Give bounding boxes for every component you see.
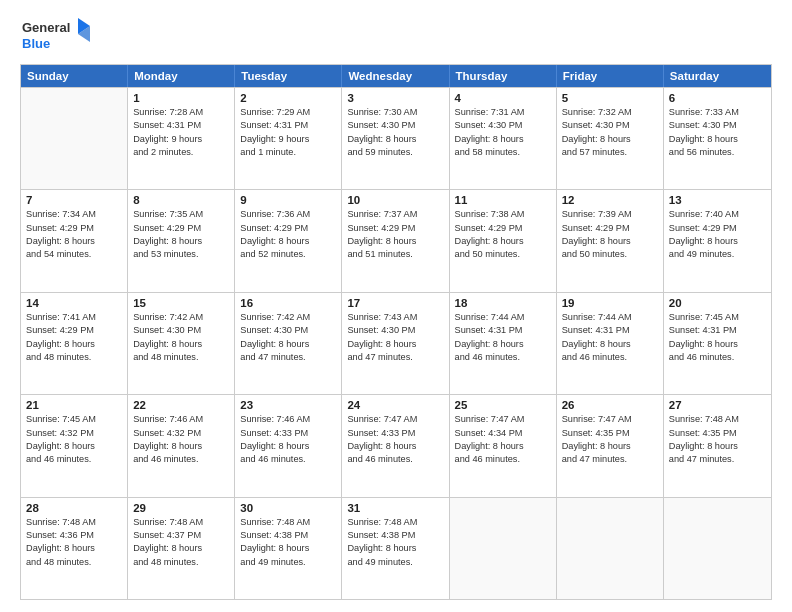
day-info: Sunrise: 7:48 AM Sunset: 4:35 PM Dayligh… [669,413,766,466]
header-day-monday: Monday [128,65,235,87]
day-cell-20: 20Sunrise: 7:45 AM Sunset: 4:31 PM Dayli… [664,293,771,394]
day-cell-5: 5Sunrise: 7:32 AM Sunset: 4:30 PM Daylig… [557,88,664,189]
week-row-4: 21Sunrise: 7:45 AM Sunset: 4:32 PM Dayli… [21,394,771,496]
day-cell-empty-4-6 [664,498,771,599]
day-info: Sunrise: 7:31 AM Sunset: 4:30 PM Dayligh… [455,106,551,159]
day-info: Sunrise: 7:46 AM Sunset: 4:33 PM Dayligh… [240,413,336,466]
day-cell-15: 15Sunrise: 7:42 AM Sunset: 4:30 PM Dayli… [128,293,235,394]
day-number: 5 [562,92,658,104]
day-cell-27: 27Sunrise: 7:48 AM Sunset: 4:35 PM Dayli… [664,395,771,496]
day-number: 23 [240,399,336,411]
day-info: Sunrise: 7:48 AM Sunset: 4:36 PM Dayligh… [26,516,122,569]
svg-text:General: General [22,20,70,35]
day-number: 2 [240,92,336,104]
day-info: Sunrise: 7:29 AM Sunset: 4:31 PM Dayligh… [240,106,336,159]
day-cell-7: 7Sunrise: 7:34 AM Sunset: 4:29 PM Daylig… [21,190,128,291]
day-info: Sunrise: 7:36 AM Sunset: 4:29 PM Dayligh… [240,208,336,261]
day-info: Sunrise: 7:44 AM Sunset: 4:31 PM Dayligh… [562,311,658,364]
day-number: 19 [562,297,658,309]
day-number: 8 [133,194,229,206]
day-cell-22: 22Sunrise: 7:46 AM Sunset: 4:32 PM Dayli… [128,395,235,496]
day-info: Sunrise: 7:38 AM Sunset: 4:29 PM Dayligh… [455,208,551,261]
day-info: Sunrise: 7:40 AM Sunset: 4:29 PM Dayligh… [669,208,766,261]
day-number: 14 [26,297,122,309]
calendar-header: SundayMondayTuesdayWednesdayThursdayFrid… [21,65,771,87]
day-number: 4 [455,92,551,104]
day-number: 11 [455,194,551,206]
day-cell-18: 18Sunrise: 7:44 AM Sunset: 4:31 PM Dayli… [450,293,557,394]
day-info: Sunrise: 7:48 AM Sunset: 4:37 PM Dayligh… [133,516,229,569]
day-number: 29 [133,502,229,514]
day-info: Sunrise: 7:47 AM Sunset: 4:33 PM Dayligh… [347,413,443,466]
day-info: Sunrise: 7:47 AM Sunset: 4:35 PM Dayligh… [562,413,658,466]
day-number: 12 [562,194,658,206]
day-info: Sunrise: 7:42 AM Sunset: 4:30 PM Dayligh… [133,311,229,364]
day-cell-17: 17Sunrise: 7:43 AM Sunset: 4:30 PM Dayli… [342,293,449,394]
day-cell-26: 26Sunrise: 7:47 AM Sunset: 4:35 PM Dayli… [557,395,664,496]
day-number: 1 [133,92,229,104]
day-number: 27 [669,399,766,411]
day-info: Sunrise: 7:45 AM Sunset: 4:31 PM Dayligh… [669,311,766,364]
day-number: 17 [347,297,443,309]
day-cell-3: 3Sunrise: 7:30 AM Sunset: 4:30 PM Daylig… [342,88,449,189]
day-number: 24 [347,399,443,411]
day-cell-31: 31Sunrise: 7:48 AM Sunset: 4:38 PM Dayli… [342,498,449,599]
day-info: Sunrise: 7:42 AM Sunset: 4:30 PM Dayligh… [240,311,336,364]
day-info: Sunrise: 7:47 AM Sunset: 4:34 PM Dayligh… [455,413,551,466]
day-info: Sunrise: 7:46 AM Sunset: 4:32 PM Dayligh… [133,413,229,466]
day-info: Sunrise: 7:30 AM Sunset: 4:30 PM Dayligh… [347,106,443,159]
day-cell-24: 24Sunrise: 7:47 AM Sunset: 4:33 PM Dayli… [342,395,449,496]
week-row-2: 7Sunrise: 7:34 AM Sunset: 4:29 PM Daylig… [21,189,771,291]
header: General Blue [20,16,772,56]
day-cell-9: 9Sunrise: 7:36 AM Sunset: 4:29 PM Daylig… [235,190,342,291]
day-cell-23: 23Sunrise: 7:46 AM Sunset: 4:33 PM Dayli… [235,395,342,496]
logo: General Blue [20,16,90,56]
day-number: 18 [455,297,551,309]
day-number: 28 [26,502,122,514]
day-cell-16: 16Sunrise: 7:42 AM Sunset: 4:30 PM Dayli… [235,293,342,394]
day-info: Sunrise: 7:33 AM Sunset: 4:30 PM Dayligh… [669,106,766,159]
day-number: 31 [347,502,443,514]
day-cell-8: 8Sunrise: 7:35 AM Sunset: 4:29 PM Daylig… [128,190,235,291]
day-info: Sunrise: 7:34 AM Sunset: 4:29 PM Dayligh… [26,208,122,261]
day-cell-19: 19Sunrise: 7:44 AM Sunset: 4:31 PM Dayli… [557,293,664,394]
header-day-wednesday: Wednesday [342,65,449,87]
day-cell-2: 2Sunrise: 7:29 AM Sunset: 4:31 PM Daylig… [235,88,342,189]
day-cell-13: 13Sunrise: 7:40 AM Sunset: 4:29 PM Dayli… [664,190,771,291]
page: General Blue SundayMondayTuesdayWednesda… [0,0,792,612]
day-info: Sunrise: 7:28 AM Sunset: 4:31 PM Dayligh… [133,106,229,159]
day-info: Sunrise: 7:39 AM Sunset: 4:29 PM Dayligh… [562,208,658,261]
day-cell-29: 29Sunrise: 7:48 AM Sunset: 4:37 PM Dayli… [128,498,235,599]
day-cell-4: 4Sunrise: 7:31 AM Sunset: 4:30 PM Daylig… [450,88,557,189]
week-row-1: 1Sunrise: 7:28 AM Sunset: 4:31 PM Daylig… [21,87,771,189]
day-info: Sunrise: 7:32 AM Sunset: 4:30 PM Dayligh… [562,106,658,159]
day-number: 21 [26,399,122,411]
day-cell-1: 1Sunrise: 7:28 AM Sunset: 4:31 PM Daylig… [128,88,235,189]
day-number: 9 [240,194,336,206]
day-info: Sunrise: 7:48 AM Sunset: 4:38 PM Dayligh… [347,516,443,569]
header-day-saturday: Saturday [664,65,771,87]
day-cell-6: 6Sunrise: 7:33 AM Sunset: 4:30 PM Daylig… [664,88,771,189]
day-cell-empty-4-4 [450,498,557,599]
day-info: Sunrise: 7:35 AM Sunset: 4:29 PM Dayligh… [133,208,229,261]
day-cell-28: 28Sunrise: 7:48 AM Sunset: 4:36 PM Dayli… [21,498,128,599]
day-cell-14: 14Sunrise: 7:41 AM Sunset: 4:29 PM Dayli… [21,293,128,394]
calendar: SundayMondayTuesdayWednesdayThursdayFrid… [20,64,772,600]
day-cell-11: 11Sunrise: 7:38 AM Sunset: 4:29 PM Dayli… [450,190,557,291]
day-cell-21: 21Sunrise: 7:45 AM Sunset: 4:32 PM Dayli… [21,395,128,496]
day-cell-25: 25Sunrise: 7:47 AM Sunset: 4:34 PM Dayli… [450,395,557,496]
day-number: 30 [240,502,336,514]
header-day-tuesday: Tuesday [235,65,342,87]
logo-area: General Blue [20,16,90,56]
day-number: 20 [669,297,766,309]
week-row-5: 28Sunrise: 7:48 AM Sunset: 4:36 PM Dayli… [21,497,771,599]
day-cell-empty-4-5 [557,498,664,599]
day-number: 13 [669,194,766,206]
day-number: 25 [455,399,551,411]
week-row-3: 14Sunrise: 7:41 AM Sunset: 4:29 PM Dayli… [21,292,771,394]
header-day-sunday: Sunday [21,65,128,87]
day-info: Sunrise: 7:45 AM Sunset: 4:32 PM Dayligh… [26,413,122,466]
calendar-body: 1Sunrise: 7:28 AM Sunset: 4:31 PM Daylig… [21,87,771,599]
day-info: Sunrise: 7:41 AM Sunset: 4:29 PM Dayligh… [26,311,122,364]
day-cell-empty-0-0 [21,88,128,189]
